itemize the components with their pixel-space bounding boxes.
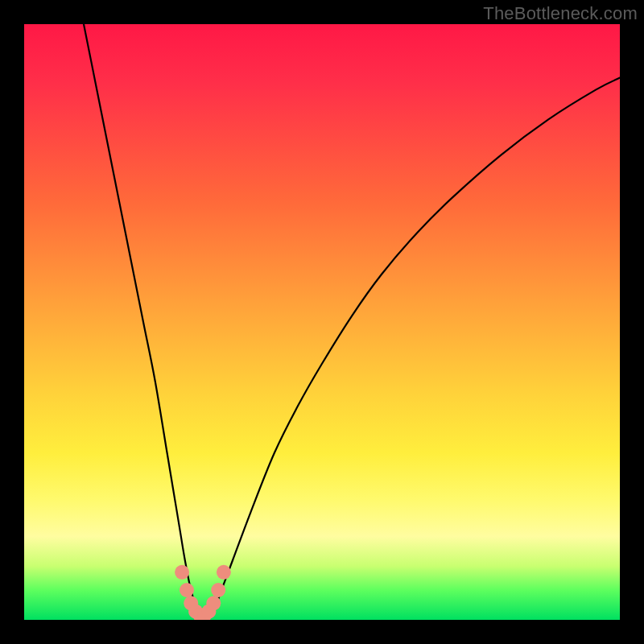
highlight-marker (217, 565, 231, 580)
chart-frame: TheBottleneck.com (0, 0, 644, 644)
highlight-markers (175, 565, 231, 620)
highlight-marker (206, 596, 221, 610)
plot-area (24, 24, 620, 620)
bottleneck-curve (24, 24, 620, 620)
curve-path (84, 24, 620, 618)
highlight-marker (211, 583, 225, 597)
watermark-text: TheBottleneck.com (483, 3, 638, 24)
highlight-marker (180, 583, 194, 597)
highlight-marker (175, 565, 189, 580)
